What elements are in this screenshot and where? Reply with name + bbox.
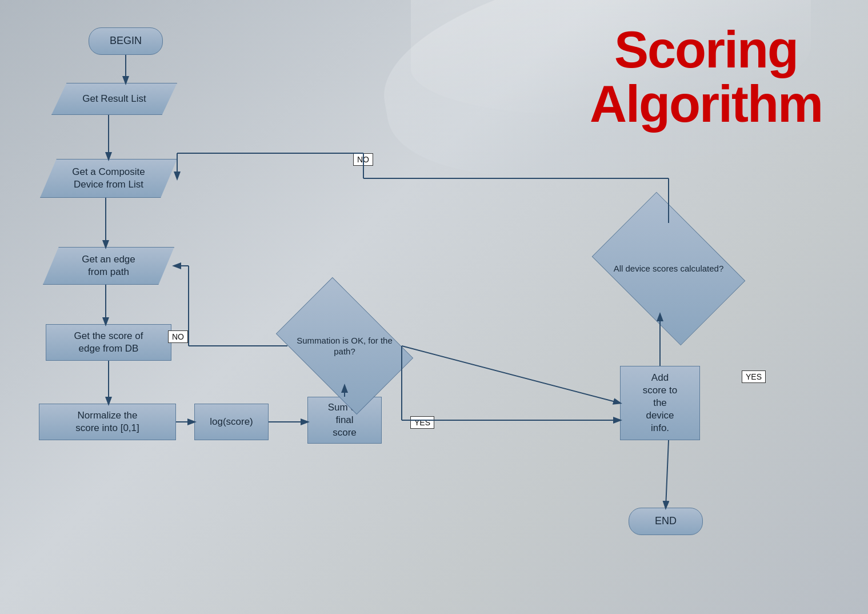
yes-label-2: YES [742,370,766,383]
sum-up-score-shape: Sum up final score [307,397,382,444]
end-terminal: END [629,508,703,535]
begin-terminal: BEGIN [89,27,163,55]
all-device-scores-decision: All device scores calculated? [606,223,731,314]
log-score-shape: log(score) [194,404,269,440]
get-edge-from-path-shape: Get an edge from path [43,247,174,285]
flowchart: BEGIN Get Result List Get a Composite De… [0,0,868,614]
no-label-2: NO [353,153,373,166]
svg-line-15 [666,440,669,508]
get-score-edge-shape: Get the score of edge from DB [46,324,171,361]
get-result-list-shape: Get Result List [51,83,177,115]
add-score-shape: Add score to the device info. [620,366,700,440]
summation-ok-decision: Summation is OK, for the path? [287,306,402,386]
get-composite-device-shape: Get a Composite Device from List [40,159,177,198]
svg-line-11 [402,346,620,403]
no-label-1: NO [168,330,188,343]
normalize-score-shape: Normalize the score into [0,1] [39,404,176,440]
yes-label-1: YES [410,416,434,429]
